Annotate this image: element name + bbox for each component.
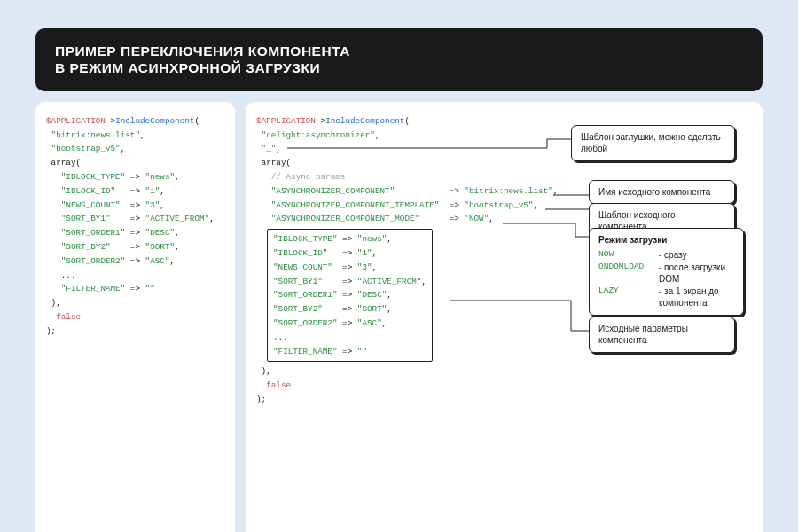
title-line-2: В РЕЖИМ АСИНХРОННОЙ ЗАГРУЗКИ	[55, 60, 320, 75]
code-fn: IncludeComponent	[115, 116, 194, 126]
async-code: $APPLICATION->IncludeComponent( "delight…	[256, 114, 752, 532]
callout-orig-name: Имя исходного компонента	[589, 180, 735, 205]
page: ПРИМЕР ПЕРЕКЛЮЧЕНИЯ КОМПОНЕНТА В РЕЖИМ А…	[0, 0, 798, 532]
code-arg: "bootstrap_v5"	[51, 144, 121, 153]
callout-mode: Режим загрузки NOW- сразу ONDOMLOAD- пос…	[589, 228, 744, 316]
callout-orig-params: Исходные параметры компонента	[589, 317, 735, 353]
code-arg: "bitrix:news.list"	[51, 130, 140, 140]
page-title: ПРИМЕР ПЕРЕКЛЮЧЕНИЯ КОМПОНЕНТА В РЕЖИМ А…	[35, 28, 763, 91]
columns: $APPLICATION->IncludeComponent( "bitrix:…	[35, 102, 763, 532]
code-var: $APPLICATION	[46, 116, 106, 126]
code-kw: array	[51, 158, 76, 168]
title-line-1: ПРИМЕР ПЕРЕКЛЮЧЕНИЯ КОМПОНЕНТА	[55, 43, 350, 59]
callout-stub-template: Шаблон заглушки, можно сделать любой	[571, 125, 735, 161]
callout-mode-title: Режим загрузки	[598, 234, 734, 246]
async-card: $APPLICATION->IncludeComponent( "delight…	[246, 102, 763, 532]
source-card: $APPLICATION->IncludeComponent( "bitrix:…	[35, 102, 235, 532]
source-code: $APPLICATION->IncludeComponent( "bitrix:…	[46, 114, 224, 532]
orig-params-block: "IBLOCK_TYPE" => "news", "IBLOCK_ID" => …	[267, 229, 433, 362]
